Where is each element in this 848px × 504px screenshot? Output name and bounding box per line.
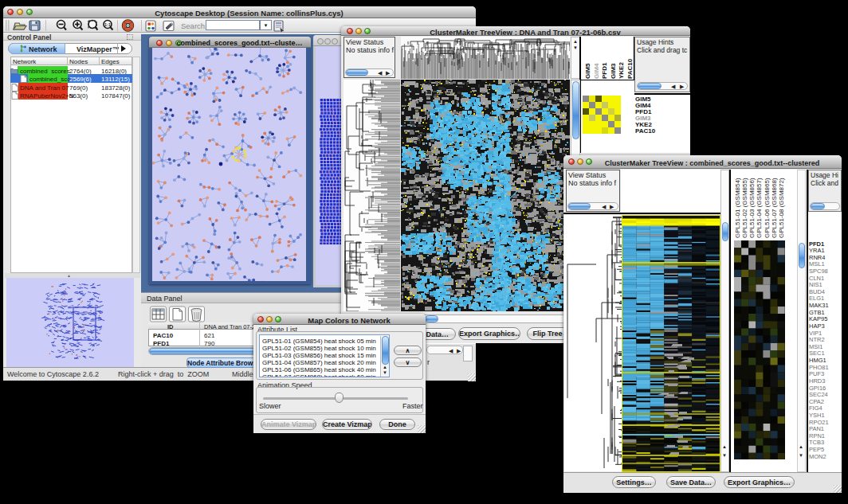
- svg-text:1:1: 1:1: [104, 22, 111, 27]
